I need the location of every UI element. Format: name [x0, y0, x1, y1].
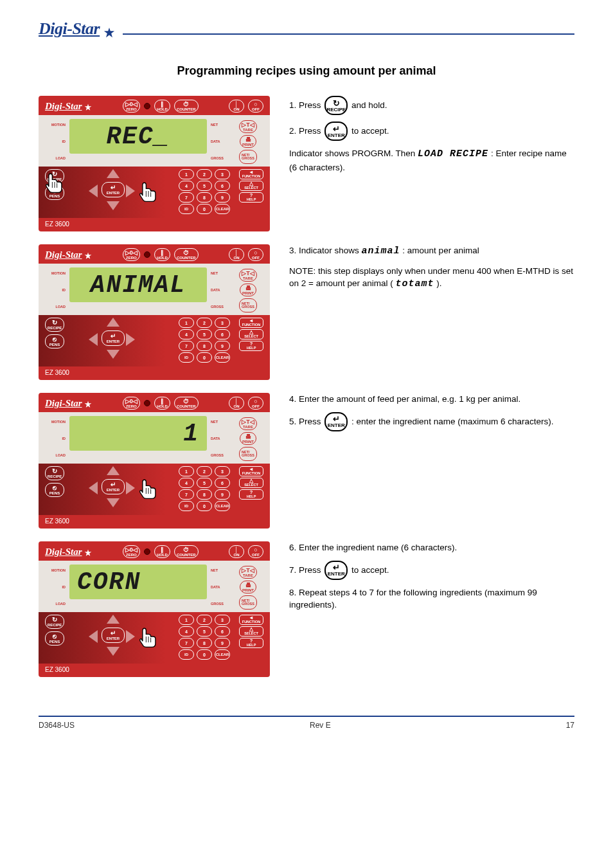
key-3[interactable]: 3	[215, 318, 230, 328]
help-button[interactable]: ?HELP	[239, 192, 263, 203]
key-5[interactable]: 5	[197, 478, 212, 488]
key-id[interactable]: ID	[179, 501, 194, 511]
key-7[interactable]: 7	[179, 341, 194, 351]
timer-button[interactable]: ⏱COUNTER	[174, 397, 199, 410]
key-id[interactable]: ID	[179, 352, 194, 363]
key-clear[interactable]: CLEAR	[215, 649, 230, 660]
tare-button[interactable]: ▷T◁TARE	[239, 120, 257, 133]
key-8[interactable]: 8	[197, 341, 212, 351]
key-1[interactable]: 1	[179, 169, 194, 179]
key-4[interactable]: 4	[179, 181, 194, 191]
arrow-up-icon[interactable]	[107, 318, 120, 327]
pens-button[interactable]: ⎋PENS	[45, 186, 64, 200]
on-button[interactable]: │ON	[229, 397, 244, 410]
key-9[interactable]: 9	[215, 489, 230, 500]
key-0[interactable]: 0	[197, 649, 212, 660]
select-button[interactable]: △SELECT	[239, 626, 263, 637]
print-button[interactable]: 🖶PRINT	[240, 581, 256, 593]
help-button[interactable]: ?HELP	[239, 638, 263, 648]
key-clear[interactable]: CLEAR	[215, 204, 230, 214]
arrow-left-icon[interactable]	[89, 630, 98, 643]
key-2[interactable]: 2	[197, 318, 212, 328]
tare-button[interactable]: ▷T◁TARE	[239, 417, 257, 430]
net-gross-button[interactable]: NET/ GROSS	[239, 150, 257, 164]
key-7[interactable]: 7	[179, 638, 194, 648]
zero-button[interactable]: ▷0◁ZERO	[123, 397, 140, 410]
timer-button[interactable]: ⏱COUNTER	[174, 100, 199, 113]
arrow-right-icon[interactable]	[126, 482, 135, 494]
enter-button[interactable]: ↵ENTER	[102, 628, 125, 643]
dpad[interactable]: ↵ENTER	[86, 615, 138, 656]
hold-button[interactable]: ‖HOLD	[154, 545, 170, 558]
function-button[interactable]: ◂FUNCTION	[239, 615, 263, 625]
arrow-left-icon[interactable]	[89, 333, 98, 346]
key-0[interactable]: 0	[197, 204, 212, 214]
net-gross-button[interactable]: NET/ GROSS	[239, 595, 257, 610]
print-button[interactable]: 🖶PRINT	[240, 432, 256, 445]
select-button[interactable]: △SELECT	[239, 329, 263, 339]
key-clear[interactable]: CLEAR	[215, 352, 230, 363]
net-gross-button[interactable]: NET/ GROSS	[239, 447, 257, 461]
arrow-right-icon[interactable]	[126, 333, 135, 346]
key-clear[interactable]: CLEAR	[215, 501, 230, 511]
key-5[interactable]: 5	[197, 329, 212, 339]
key-7[interactable]: 7	[179, 489, 194, 500]
tare-button[interactable]: ▷T◁TARE	[239, 269, 257, 282]
key-6[interactable]: 6	[215, 626, 230, 637]
arrow-down-icon[interactable]	[107, 498, 120, 507]
key-4[interactable]: 4	[179, 626, 194, 637]
pens-button[interactable]: ⎋PENS	[45, 631, 64, 646]
arrow-up-icon[interactable]	[107, 466, 120, 475]
key-8[interactable]: 8	[197, 489, 212, 500]
key-9[interactable]: 9	[215, 638, 230, 648]
recipe-button[interactable]: ↻RECIPE	[45, 466, 64, 480]
pens-button[interactable]: ⎋PENS	[45, 334, 64, 348]
on-button[interactable]: │ON	[229, 248, 244, 261]
key-5[interactable]: 5	[197, 626, 212, 637]
numeric-keypad[interactable]: 1 2 3 4 5 6 7 8 9 ID 0 CLEAR	[179, 318, 230, 363]
enter-button[interactable]: ↵ENTER	[102, 479, 125, 494]
key-4[interactable]: 4	[179, 329, 194, 339]
arrow-right-icon[interactable]	[126, 185, 135, 197]
recipe-button[interactable]: ↻RECIPE	[45, 615, 64, 629]
help-button[interactable]: ?HELP	[239, 489, 263, 500]
enter-button[interactable]: ↵ENTER	[102, 330, 125, 346]
numeric-keypad[interactable]: 1 2 3 4 5 6 7 8 9 ID 0 CLEAR	[179, 466, 230, 511]
off-button[interactable]: ○OFF	[248, 545, 263, 558]
tare-button[interactable]: ▷T◁TARE	[239, 566, 257, 579]
off-button[interactable]: ○OFF	[248, 100, 263, 113]
key-2[interactable]: 2	[197, 169, 212, 179]
zero-button[interactable]: ▷0◁ZERO	[123, 248, 140, 261]
pens-button[interactable]: ⎋PENS	[45, 483, 64, 497]
function-button[interactable]: ◂FUNCTION	[239, 466, 263, 476]
function-button[interactable]: ◂FUNCTION	[239, 169, 263, 179]
select-button[interactable]: △SELECT	[239, 478, 263, 488]
key-6[interactable]: 6	[215, 181, 230, 191]
key-1[interactable]: 1	[179, 466, 194, 476]
off-button[interactable]: ○OFF	[248, 397, 263, 410]
print-button[interactable]: 🖶PRINT	[240, 284, 256, 296]
key-7[interactable]: 7	[179, 192, 194, 203]
key-9[interactable]: 9	[215, 341, 230, 351]
key-6[interactable]: 6	[215, 329, 230, 339]
function-button[interactable]: ◂FUNCTION	[239, 318, 263, 328]
enter-button[interactable]: ↵ENTER	[102, 182, 125, 197]
arrow-down-icon[interactable]	[107, 647, 120, 656]
timer-button[interactable]: ⏱COUNTER	[174, 545, 199, 558]
select-button[interactable]: △SELECT	[239, 181, 263, 191]
key-3[interactable]: 3	[215, 169, 230, 179]
key-6[interactable]: 6	[215, 478, 230, 488]
key-3[interactable]: 3	[215, 466, 230, 476]
numeric-keypad[interactable]: 1 2 3 4 5 6 7 8 9 ID 0 CLEAR	[179, 615, 230, 660]
key-1[interactable]: 1	[179, 615, 194, 625]
hold-button[interactable]: ‖HOLD	[154, 100, 170, 113]
print-button[interactable]: 🖶PRINT	[240, 135, 256, 148]
net-gross-button[interactable]: NET/ GROSS	[239, 298, 257, 312]
key-5[interactable]: 5	[197, 181, 212, 191]
hold-button[interactable]: ‖HOLD	[154, 248, 170, 261]
key-0[interactable]: 0	[197, 352, 212, 363]
dpad[interactable]: ↵ENTER	[86, 318, 138, 359]
key-3[interactable]: 3	[215, 615, 230, 625]
recipe-button[interactable]: ↻RECIPE	[45, 169, 64, 183]
off-button[interactable]: ○OFF	[248, 248, 263, 261]
